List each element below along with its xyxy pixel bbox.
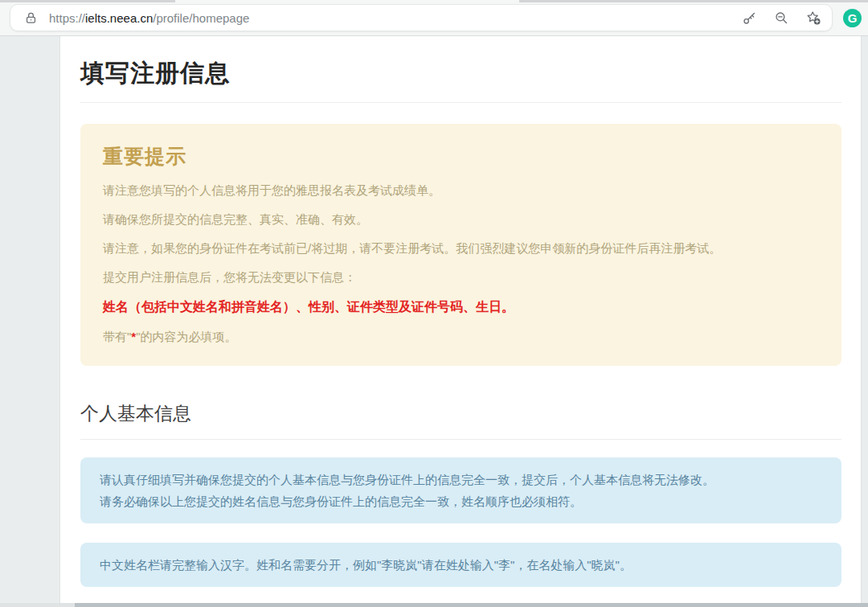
grammarly-icon[interactable]: G — [843, 9, 862, 27]
notice-warning-line: 姓名（包括中文姓名和拼音姓名）、性别、证件类型及证件号码、生日。 — [103, 299, 819, 316]
right-gutter — [861, 36, 868, 607]
page-area: 填写注册信息 重要提示 请注意您填写的个人信息将用于您的雅思报名表及考试成绩单。… — [0, 36, 868, 607]
info-box-chinese-name: 中文姓名栏请完整输入汉字。姓和名需要分开，例如"李晓岚"请在姓处输入"李"，在名… — [80, 543, 841, 587]
notice-line: 请注意您填写的个人信息将用于您的雅思报名表及考试成绩单。 — [103, 183, 819, 199]
key-icon[interactable] — [740, 9, 758, 27]
screenshot-bottom-edge-left — [0, 603, 75, 607]
page-title: 填写注册信息 — [80, 57, 841, 90]
notice-heading: 重要提示 — [103, 143, 819, 170]
zoom-out-icon[interactable] — [772, 9, 790, 27]
left-gutter — [0, 36, 60, 607]
required-note: 带有"*"的内容为必填项。 — [103, 330, 819, 345]
url-path: /profile/homepage — [153, 11, 249, 25]
info-line: 请认真仔细填写并确保您提交的个人基本信息与您身份证件上的信息完全一致，提交后，个… — [100, 469, 822, 490]
screenshot-bottom-edge — [0, 603, 868, 607]
tab-strip-left — [0, 0, 175, 2]
browser-toolbar: https://ielts.neea.cn/profile/homepage — [0, 0, 868, 36]
info-box-identity: 请认真仔细填写并确保您提交的个人基本信息与您身份证件上的信息完全一致，提交后，个… — [80, 457, 841, 523]
info-line: 中文姓名栏请完整输入汉字。姓和名需要分开，例如"李晓岚"请在姓处输入"李"，在名… — [100, 554, 822, 576]
tab-strip-right — [519, 0, 868, 2]
grammarly-letter: G — [848, 12, 858, 24]
section-divider — [80, 439, 841, 440]
important-notice-box: 重要提示 请注意您填写的个人信息将用于您的雅思报名表及考试成绩单。 请确保您所提… — [80, 124, 841, 366]
url-domain: ielts.neea.cn — [85, 11, 153, 25]
address-bar[interactable]: https://ielts.neea.cn/profile/homepage — [10, 4, 833, 31]
lock-icon[interactable] — [22, 9, 39, 27]
url-text[interactable]: https://ielts.neea.cn/profile/homepage — [49, 11, 740, 25]
title-divider — [80, 102, 841, 103]
notice-line: 提交用户注册信息后，您将无法变更以下信息： — [103, 270, 819, 285]
url-scheme: https:// — [49, 11, 85, 25]
info-line: 请务必确保以上您提交的姓名信息与您身份证件上的信息完全一致，姓名顺序也必须相符。 — [100, 490, 822, 512]
notice-line: 请注意，如果您的身份证件在考试前已/将过期，请不要注册考试。我们强烈建议您申领新… — [103, 241, 819, 256]
registration-page: 填写注册信息 重要提示 请注意您填写的个人信息将用于您的雅思报名表及考试成绩单。… — [61, 36, 861, 607]
notice-line: 请确保您所提交的信息完整、真实、准确、有效。 — [103, 212, 819, 228]
section-title-basic-info: 个人基本信息 — [80, 401, 841, 426]
bookmark-add-icon[interactable] — [805, 9, 822, 27]
